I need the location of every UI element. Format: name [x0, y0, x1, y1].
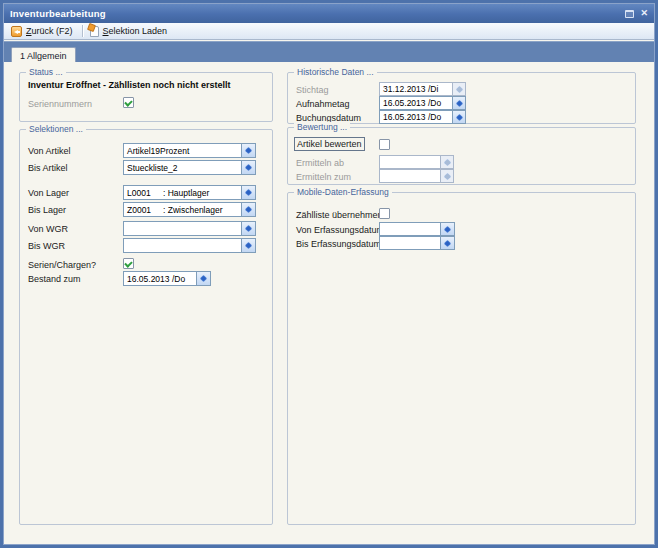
- von-wgr-label: Von WGR: [28, 224, 68, 234]
- serien-chargen-label: Serien/Chargen?: [28, 260, 96, 270]
- ermitteln-ab-label: Ermitteln ab: [296, 158, 344, 168]
- bis-artikel-field: Stueckliste_2: [123, 160, 256, 175]
- lookup-icon: [245, 225, 252, 232]
- stichtag-date-button: [453, 82, 466, 96]
- window-title: Inventurbearbeitung: [10, 8, 106, 19]
- restore-icon[interactable]: [625, 10, 634, 18]
- bis-wgr-lookup-button[interactable]: [242, 238, 256, 253]
- von-wgr-lookup-button[interactable]: [242, 221, 256, 236]
- von-erfassungsdatum-label: Von Erfassungsdatum: [296, 225, 384, 235]
- group-bewertung-title: Bewertung ...: [294, 122, 350, 132]
- bis-lager-field: Z0001: Zwischenlager: [123, 202, 256, 217]
- lookup-icon: [245, 147, 252, 154]
- group-mobile-daten-erfassung-title: Mobile-Daten-Erfassung: [294, 187, 392, 197]
- bestand-zum-date-button[interactable]: [197, 271, 211, 286]
- aufnahmetag-label: Aufnahmetag: [296, 99, 350, 109]
- von-wgr-input[interactable]: [123, 221, 242, 236]
- ermitteln-ab-input: [379, 155, 441, 169]
- date-picker-icon: [200, 275, 207, 282]
- inventurbearbeitung-window: Inventurbearbeitung ✕ Zurück (F2) Selekt…: [0, 0, 658, 548]
- ermitteln-zum-input: [379, 169, 441, 183]
- bestand-zum-field: 16.05.2013 /Do: [123, 271, 211, 286]
- serien-chargen-checkbox[interactable]: [123, 258, 134, 269]
- back-button[interactable]: Zurück (F2): [9, 25, 78, 38]
- von-lager-input[interactable]: L0001: Hauptlager: [123, 185, 242, 200]
- von-lager-lookup-button[interactable]: [242, 185, 256, 200]
- von-artikel-lookup-button[interactable]: [242, 143, 256, 158]
- selektion-laden-button[interactable]: Selektion Laden: [88, 25, 173, 38]
- bis-artikel-lookup-button[interactable]: [242, 160, 256, 175]
- von-erfassungsdatum-field: [379, 222, 455, 236]
- bestand-zum-input[interactable]: 16.05.2013 /Do: [123, 271, 197, 286]
- stichtag-field: 31.12.2013 /Di: [379, 82, 466, 96]
- buchungsdatum-field: 16.05.2013 /Do: [379, 110, 466, 124]
- date-picker-icon: [443, 158, 450, 165]
- lookup-icon: [245, 242, 252, 249]
- date-picker-icon: [443, 172, 450, 179]
- bis-erfassungsdatum-input[interactable]: [379, 236, 441, 250]
- ermitteln-zum-date-button: [441, 169, 454, 183]
- aufnahmetag-field: 16.05.2013 /Do: [379, 96, 466, 110]
- ermitteln-ab-date-button: [441, 155, 454, 169]
- buchungsdatum-date-button[interactable]: [453, 110, 466, 124]
- bis-lager-lookup-button[interactable]: [242, 202, 256, 217]
- ermitteln-ab-field: [379, 155, 454, 169]
- seriennummern-label: Seriennummern: [28, 99, 92, 109]
- ermitteln-zum-field: [379, 169, 454, 183]
- date-picker-icon: [444, 225, 451, 232]
- date-picker-icon: [455, 113, 462, 120]
- artikel-bewerten-label: Artikel bewerten: [294, 137, 365, 151]
- aufnahmetag-date-button[interactable]: [453, 96, 466, 110]
- toolbar: Zurück (F2) Selektion Laden: [4, 23, 654, 40]
- group-selektionen-title: Selektionen ...: [26, 124, 86, 134]
- group-historische-daten-title: Historische Daten ...: [294, 67, 377, 77]
- group-status-title: Status ...: [26, 67, 66, 77]
- aufnahmetag-input[interactable]: 16.05.2013 /Do: [379, 96, 453, 110]
- seriennummern-checkbox[interactable]: [123, 97, 134, 108]
- bis-wgr-input[interactable]: [123, 238, 242, 253]
- von-lager-label: Von Lager: [28, 188, 69, 198]
- stichtag-label: Stichtag: [296, 85, 329, 95]
- bis-erfassungsdatum-date-button[interactable]: [441, 236, 455, 250]
- tab-allgemein[interactable]: 1 Allgemein: [11, 47, 76, 63]
- bis-lager-label: Bis Lager: [28, 205, 66, 215]
- bis-wgr-label: Bis WGR: [28, 241, 65, 251]
- date-picker-icon: [444, 239, 451, 246]
- window-controls: ✕: [625, 9, 648, 18]
- lookup-icon: [245, 206, 252, 213]
- bis-erfassungsdatum-label: Bis Erfassungsdatum: [296, 239, 381, 249]
- zaehlliste-uebernehmen-label: Zählliste übernehmen: [296, 210, 383, 220]
- buchungsdatum-input[interactable]: 16.05.2013 /Do: [379, 110, 453, 124]
- lookup-icon: [245, 164, 252, 171]
- toolbar-separator: [82, 25, 84, 37]
- back-button-label: Zurück (F2): [26, 26, 73, 36]
- ermitteln-zum-label: Ermitteln zum: [296, 172, 351, 182]
- tab-strip: 1 Allgemein: [4, 41, 654, 63]
- date-picker-icon: [455, 85, 462, 92]
- stichtag-input: 31.12.2013 /Di: [379, 82, 453, 96]
- von-artikel-field: Artikel19Prozent: [123, 143, 256, 158]
- von-erfassungsdatum-date-button[interactable]: [441, 222, 455, 236]
- von-erfassungsdatum-input[interactable]: [379, 222, 441, 236]
- bis-artikel-input[interactable]: Stueckliste_2: [123, 160, 242, 175]
- date-picker-icon: [455, 99, 462, 106]
- selektion-laden-label: Selektion Laden: [103, 26, 168, 36]
- titlebar: Inventurbearbeitung ✕: [4, 4, 654, 23]
- group-historische-daten: Historische Daten ... Stichtag 31.12.201…: [287, 72, 636, 124]
- group-selektionen: Selektionen ... Von Artikel Artikel19Pro…: [19, 129, 273, 525]
- back-icon: [11, 26, 22, 37]
- status-message: Inventur Eröffnet - Zähllisten noch nich…: [28, 80, 231, 90]
- close-icon[interactable]: ✕: [640, 9, 648, 18]
- bis-artikel-label: Bis Artikel: [28, 163, 68, 173]
- bis-wgr-field: [123, 238, 256, 253]
- group-mobile-daten-erfassung: Mobile-Daten-Erfassung Zählliste überneh…: [287, 192, 636, 525]
- bis-lager-input[interactable]: Z0001: Zwischenlager: [123, 202, 242, 217]
- tab-page-allgemein: Status ... Inventur Eröffnet - Zählliste…: [4, 62, 654, 544]
- group-status: Status ... Inventur Eröffnet - Zählliste…: [19, 72, 273, 122]
- load-selection-icon: [90, 26, 99, 37]
- zaehlliste-uebernehmen-checkbox[interactable]: [379, 208, 390, 219]
- group-bewertung: Bewertung ... Artikel bewerten Ermitteln…: [287, 127, 636, 185]
- artikel-bewerten-checkbox[interactable]: [379, 139, 390, 150]
- von-lager-field: L0001: Hauptlager: [123, 185, 256, 200]
- von-artikel-input[interactable]: Artikel19Prozent: [123, 143, 242, 158]
